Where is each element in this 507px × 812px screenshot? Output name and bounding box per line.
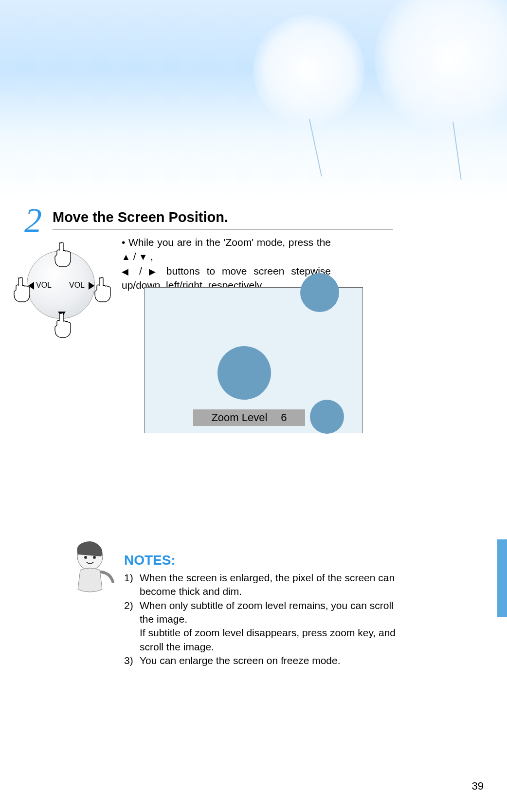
dandelion-illustration <box>375 0 507 136</box>
preview-dot <box>310 400 344 434</box>
dandelion-illustration <box>253 15 365 127</box>
notes-item: If subtitle of zoom level disappears, pr… <box>124 626 406 654</box>
step-number: 2 <box>24 201 42 241</box>
arrow-right-icon: ▶ <box>149 267 160 277</box>
vol-label-left: VOL <box>36 281 52 290</box>
step-title: Move the Screen Position. <box>53 209 228 225</box>
screen-preview-illustration: Zoom Level 6 <box>144 287 363 433</box>
notes-number: 1) <box>124 571 140 599</box>
notes-text: If subtitle of zoom level disappears, pr… <box>140 626 406 654</box>
notes-section: NOTES: 1) When the screen is enlarged, t… <box>124 553 406 667</box>
hand-press-icon <box>92 276 112 303</box>
svg-point-1 <box>84 556 87 559</box>
hand-press-icon <box>53 241 72 268</box>
notes-item: 2) When only subtitle of zoom level rema… <box>124 599 406 627</box>
dandelion-stem <box>309 119 322 177</box>
notes-number: 3) <box>124 654 140 667</box>
instruction-text: / <box>133 251 139 262</box>
notes-number: 2) <box>124 599 140 627</box>
notes-character-illustration <box>63 538 117 596</box>
divider <box>53 229 393 230</box>
zoom-level-indicator: Zoom Level 6 <box>193 409 305 426</box>
section-tab-accent <box>497 539 507 617</box>
zoom-level-value: 6 <box>281 411 287 424</box>
notes-item: 1) When the screen is enlarged, the pixe… <box>124 571 406 599</box>
notes-text: When only subtitle of zoom level remains… <box>140 599 406 627</box>
remote-direction-pad-illustration: VOL VOL <box>15 236 107 324</box>
instruction-text: / <box>139 265 142 277</box>
notes-body: 1) When the screen is enlarged, the pixe… <box>124 571 406 667</box>
instruction-text: , <box>150 251 153 262</box>
preview-dot <box>300 273 339 312</box>
notes-item: 3) You can enlarge the screen on freeze … <box>124 654 406 667</box>
preview-dot <box>217 346 271 400</box>
zoom-level-label: Zoom Level <box>211 411 267 424</box>
notes-text: When the screen is enlarged, the pixel o… <box>140 571 406 599</box>
vol-label-right: VOL <box>69 281 85 290</box>
page: 2 Move the Screen Position. VOL VOL • Wh… <box>0 0 507 812</box>
step-instruction: • While you are in the 'Zoom' mode, pres… <box>122 235 331 293</box>
hand-press-icon <box>53 312 72 338</box>
hand-press-icon <box>12 276 31 303</box>
svg-point-2 <box>93 556 96 559</box>
page-number: 39 <box>472 780 484 793</box>
notes-text: You can enlarge the screen on freeze mod… <box>140 654 406 667</box>
arrow-left-icon: ◀ <box>122 267 132 277</box>
notes-number <box>124 626 140 654</box>
instruction-text: • While you are in the 'Zoom' mode, pres… <box>122 237 331 248</box>
notes-heading: NOTES: <box>124 553 406 568</box>
arrow-up-icon: ▲ <box>122 252 130 262</box>
arrow-down-icon: ▼ <box>139 252 147 262</box>
decorative-header-background <box>0 0 507 200</box>
